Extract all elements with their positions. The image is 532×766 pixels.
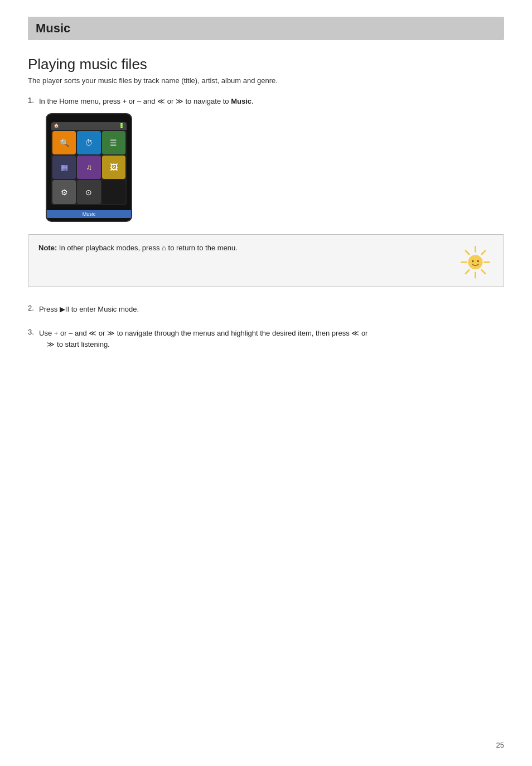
page: Music Playing music files The player sor… xyxy=(0,0,532,766)
svg-point-0 xyxy=(468,255,483,269)
arrow-symbols-3a: ≪ xyxy=(89,329,96,337)
svg-line-7 xyxy=(482,251,486,255)
menu-grid: 🔍 ⏱ ☰ ▦ ♫ xyxy=(51,130,127,205)
step-3-number: 3. xyxy=(28,328,34,336)
svg-point-9 xyxy=(472,260,474,262)
battery-status-icon: 🔋 xyxy=(119,123,124,128)
step-3: 3. Use + or – and ≪ or ≫ to navigate thr… xyxy=(28,328,504,351)
arrow-symbols-1: ≪ xyxy=(157,97,165,105)
arrow-symbols-3c: ≪ xyxy=(351,329,359,337)
menu-item-9 xyxy=(102,180,125,203)
device-label: Music xyxy=(47,210,131,218)
svg-line-5 xyxy=(466,251,470,255)
step-1-text: In the Home menu, press + or – and ≪ or … xyxy=(39,96,504,108)
menu-icon-6: 🖼 xyxy=(110,163,118,172)
menu-item-8: ⊙ xyxy=(77,180,100,203)
arrow-symbols-3d: ≫ xyxy=(47,340,55,348)
status-bar: 🏠 🔋 xyxy=(51,122,127,130)
menu-icon-2: ⏱ xyxy=(85,138,93,147)
note-label: Note: xyxy=(38,244,57,252)
steps-list-2: 2. Press ▶II to enter Music mode. 3. Use… xyxy=(28,304,504,351)
step-2-text: Press ▶II to enter Music mode. xyxy=(39,304,504,316)
subsection-title: Playing music files xyxy=(28,56,504,73)
menu-icon-7: ⚙ xyxy=(61,188,68,197)
step-2-number: 2. xyxy=(28,304,34,312)
menu-item-4: ▦ xyxy=(52,156,76,179)
svg-line-6 xyxy=(482,270,486,274)
page-number: 25 xyxy=(496,741,504,749)
menu-icon-1: 🔍 xyxy=(60,138,69,147)
step-2: 2. Press ▶II to enter Music mode. xyxy=(28,304,504,316)
note-box: Note: In other playback modes, press ⌂ t… xyxy=(28,234,504,287)
menu-item-6: 🖼 xyxy=(102,156,125,179)
subtitle-description: The player sorts your music files by tra… xyxy=(28,76,504,85)
menu-icon-8: ⊙ xyxy=(85,188,92,197)
menu-item-3: ☰ xyxy=(102,131,125,154)
steps-list: 1. In the Home menu, press + or – and ≪ … xyxy=(28,96,504,222)
menu-item-7: ⚙ xyxy=(52,180,76,203)
menu-icon-5: ♫ xyxy=(86,163,92,172)
step-3-text: Use + or – and ≪ or ≫ to navigate throug… xyxy=(39,328,504,351)
menu-icon-4: ▦ xyxy=(61,163,68,172)
section-header: Music xyxy=(28,17,504,40)
device-image: 🏠 🔋 🔍 ⏱ ☰ xyxy=(46,113,132,222)
step-1-bold: Music xyxy=(231,97,252,105)
note-text: Note: In other playback modes, press ⌂ t… xyxy=(38,243,452,254)
sun-decoration-icon xyxy=(457,243,494,279)
arrow-symbols-1b: ≫ xyxy=(176,97,183,105)
svg-line-8 xyxy=(466,270,470,274)
home-status-icon: 🏠 xyxy=(54,123,59,128)
menu-icon-3: ☰ xyxy=(110,138,117,147)
device-screen: 🏠 🔋 🔍 ⏱ ☰ xyxy=(51,122,127,205)
menu-item-2: ⏱ xyxy=(77,131,100,154)
section-title: Music xyxy=(36,21,496,36)
menu-item-5: ♫ xyxy=(77,156,100,179)
arrow-symbols-3b: ≫ xyxy=(107,329,115,337)
svg-point-10 xyxy=(477,260,479,262)
menu-item-1: 🔍 xyxy=(52,131,76,154)
step-1-number: 1. xyxy=(28,96,34,104)
step-1: 1. In the Home menu, press + or – and ≪ … xyxy=(28,96,504,222)
